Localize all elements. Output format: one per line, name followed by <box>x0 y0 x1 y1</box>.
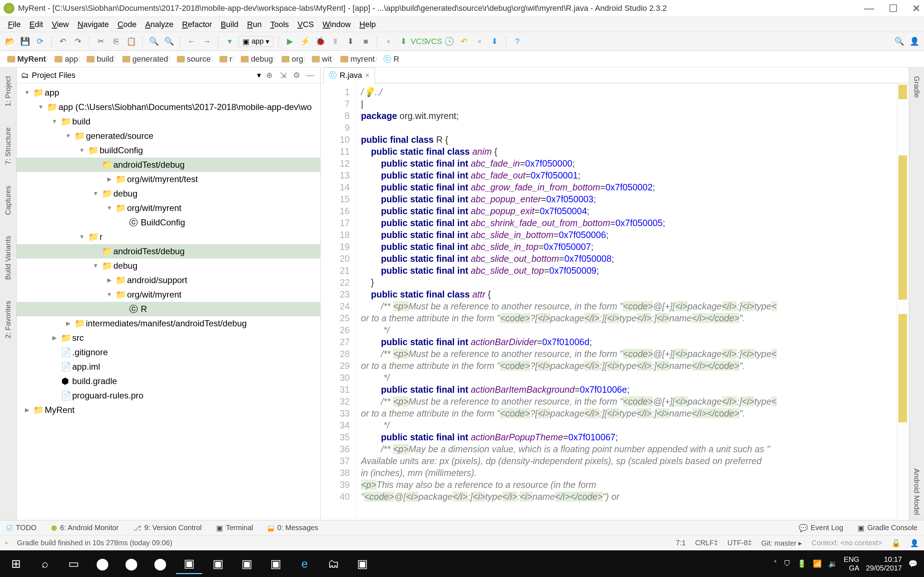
tab-version-control[interactable]: ⎇9: Version Control <box>133 524 202 532</box>
settings-icon[interactable]: ⚙ <box>291 70 302 81</box>
vcs-commit-icon[interactable]: VCS <box>428 35 440 48</box>
history-icon[interactable]: 🕓 <box>443 35 455 48</box>
sdk-icon[interactable]: ⬇ <box>397 35 410 48</box>
tree-node[interactable]: 📄proguard-rules.pro <box>16 388 320 403</box>
menu-analyze[interactable]: Analyze <box>142 18 177 31</box>
copy-icon[interactable]: ⎘ <box>110 35 122 48</box>
tree-node[interactable]: ▼📁build <box>16 114 320 129</box>
hide-icon[interactable]: — <box>305 70 316 81</box>
language-indicator[interactable]: ENGGA <box>844 555 859 572</box>
line-gutter[interactable]: 1789101112131415161718192021222324252627… <box>320 83 357 520</box>
download-icon[interactable]: ⬇ <box>488 35 501 48</box>
back-icon[interactable]: ← <box>186 35 198 48</box>
lock-icon[interactable]: 🔓 <box>892 539 901 548</box>
tray-icon[interactable]: 🔉 <box>828 559 837 568</box>
open-icon[interactable]: 📂 <box>3 35 16 48</box>
tab-gradle[interactable]: Gradle <box>911 71 922 103</box>
redo-icon[interactable]: ↷ <box>72 35 84 48</box>
dropdown-icon[interactable]: ▾ <box>257 71 261 80</box>
clock[interactable]: 10:1729/05/2017 <box>866 555 902 572</box>
breadcrumb-item[interactable]: r <box>216 53 237 65</box>
tree-node[interactable]: ▼📁debug <box>16 259 320 273</box>
breadcrumb-item[interactable]: debug <box>237 53 278 65</box>
taskbar-app[interactable]: ▣ <box>349 553 375 574</box>
breadcrumb-item[interactable]: org <box>278 53 308 65</box>
sync-icon[interactable]: ⟳ <box>34 35 46 48</box>
file-encoding[interactable]: UTF-8‡ <box>727 539 752 547</box>
project-view-selector[interactable]: Project Files <box>32 71 254 80</box>
taskbar-app[interactable]: 🗂 <box>320 553 347 574</box>
taskbar-app[interactable]: ⬤ <box>89 553 115 574</box>
tab-todo[interactable]: ☑TODO <box>6 524 36 532</box>
avd-icon[interactable]: ▫ <box>382 35 394 48</box>
menu-navigate[interactable]: Navigate <box>74 18 113 31</box>
run-icon[interactable]: ▶ <box>284 35 296 48</box>
menu-edit[interactable]: Edit <box>26 18 47 31</box>
start-button[interactable]: ⊞ <box>3 553 29 574</box>
user-icon[interactable]: 👤 <box>908 35 921 48</box>
attach-icon[interactable]: ⬇ <box>344 35 357 48</box>
breadcrumb-item[interactable]: ⓒ R <box>380 52 404 66</box>
tree-node[interactable]: 📄.gitignore <box>16 345 320 359</box>
tree-node[interactable]: ▶📁MyRent <box>16 403 320 417</box>
undo-icon[interactable]: ↶ <box>57 35 69 48</box>
tab-messages[interactable]: ⬓0: Messages <box>267 524 318 532</box>
tray-icon[interactable]: 🔋 <box>797 559 806 568</box>
tree-node[interactable]: ▶📁org/wit/myrent/test <box>16 172 320 187</box>
project-tree[interactable]: ▼📁app▼📁app (C:\Users\Siobhan\Documents\2… <box>16 83 320 520</box>
menu-file[interactable]: File <box>4 18 24 31</box>
close-button[interactable]: ✕ <box>912 3 921 15</box>
caret-position[interactable]: 7:1 <box>676 539 686 547</box>
line-separator[interactable]: CRLF‡ <box>695 539 718 547</box>
tree-node[interactable]: ⬢build.gradle <box>16 374 320 388</box>
save-icon[interactable]: 💾 <box>19 35 31 48</box>
menu-refactor[interactable]: Refactor <box>178 18 215 31</box>
tree-node[interactable]: ▼📁org/wit/myrent <box>16 201 320 215</box>
close-tab-icon[interactable]: × <box>365 71 370 80</box>
search-everywhere-icon[interactable]: 🔍 <box>893 35 905 48</box>
scroll-from-source-icon[interactable]: ⊕ <box>264 70 275 81</box>
menu-build[interactable]: Build <box>217 18 242 31</box>
tree-node[interactable]: ▼📁app <box>16 85 320 100</box>
taskbar-app[interactable]: e <box>292 553 318 574</box>
tray-icon[interactable]: 📶 <box>813 559 822 568</box>
menu-vcs[interactable]: VCS <box>294 18 317 31</box>
tree-node[interactable]: 📄app.iml <box>16 359 320 374</box>
breadcrumb-item[interactable]: generated <box>119 53 173 65</box>
menu-window[interactable]: Window <box>319 18 354 31</box>
error-stripe[interactable] <box>897 83 909 520</box>
search-button[interactable]: ⌕ <box>32 553 58 574</box>
breadcrumb-item[interactable]: MyRent <box>3 53 51 65</box>
run-config-selector[interactable]: ▣ app ▾ <box>239 36 273 47</box>
tab-android-monitor[interactable]: ⬣6: Android Monitor <box>51 524 118 532</box>
tree-node[interactable]: ⓒBuildConfig <box>16 215 320 230</box>
tree-node[interactable]: ▶📁src <box>16 331 320 345</box>
help-icon[interactable]: ? <box>511 35 523 48</box>
hector-icon[interactable]: 👤 <box>910 539 919 548</box>
tree-node[interactable]: ▶📁android/support <box>16 273 320 287</box>
tray-icon[interactable]: ⛉ <box>783 560 791 568</box>
tree-node[interactable]: ▼📁generated/source <box>16 129 320 143</box>
tree-node[interactable]: ⓒR <box>16 302 320 316</box>
revert-icon[interactable]: ↶ <box>458 35 470 48</box>
tree-node[interactable]: ▼📁debug <box>16 187 320 201</box>
taskbar-app[interactable]: ▣ <box>263 553 289 574</box>
code-editor[interactable]: /💡../ | package org.wit.myrent; public f… <box>357 83 897 520</box>
tab-android-model[interactable]: Android Model <box>911 463 922 520</box>
forward-icon[interactable]: → <box>201 35 213 48</box>
paste-icon[interactable]: 📋 <box>125 35 137 48</box>
tree-node[interactable]: ▼📁r <box>16 230 320 244</box>
context-selector[interactable]: Context: <no context> <box>811 539 882 547</box>
tab-project[interactable]: 1: Project <box>3 71 14 111</box>
taskbar-app[interactable]: ⬤ <box>147 553 173 574</box>
replace-icon[interactable]: 🔍 <box>163 35 175 48</box>
menu-help[interactable]: Help <box>356 18 380 31</box>
tree-node[interactable]: ▼📁org/wit/myrent <box>16 287 320 302</box>
tab-terminal[interactable]: ▣Terminal <box>216 524 254 532</box>
taskbar-app[interactable]: ▣ <box>205 553 231 574</box>
tab-captures[interactable]: Captures <box>3 181 14 220</box>
tree-node[interactable]: ▼📁app (C:\Users\Siobhan\Documents\2017-2… <box>16 100 320 114</box>
menu-code[interactable]: Code <box>114 18 141 31</box>
maximize-button[interactable]: ☐ <box>888 3 898 15</box>
task-view-button[interactable]: ▭ <box>61 553 87 574</box>
